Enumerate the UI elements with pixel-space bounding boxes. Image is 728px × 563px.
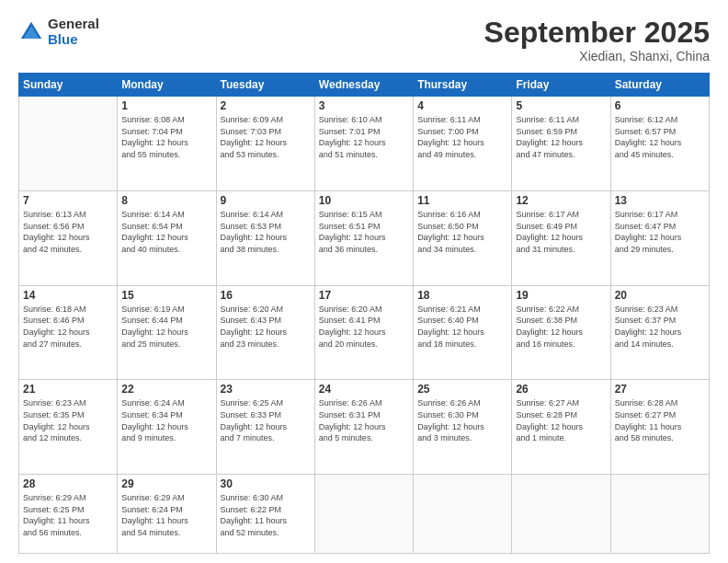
calendar-cell: 30Sunrise: 6:30 AM Sunset: 6:22 PM Dayli…	[216, 475, 314, 554]
day-number: 8	[121, 194, 211, 207]
month-title: September 2025	[484, 17, 710, 49]
calendar-cell: 8Sunrise: 6:14 AM Sunset: 6:54 PM Daylig…	[118, 190, 216, 285]
day-number: 19	[516, 289, 606, 302]
day-number: 4	[417, 99, 507, 112]
calendar-cell: 4Sunrise: 6:11 AM Sunset: 7:00 PM Daylig…	[414, 97, 512, 191]
day-info: Sunrise: 6:26 AM Sunset: 6:30 PM Dayligh…	[417, 397, 507, 443]
day-number: 21	[23, 383, 113, 396]
title-block: September 2025 Xiedian, Shanxi, China	[484, 17, 710, 63]
day-number: 17	[319, 289, 409, 302]
calendar-week-row: 7Sunrise: 6:13 AM Sunset: 6:56 PM Daylig…	[19, 190, 710, 285]
calendar-cell: 13Sunrise: 6:17 AM Sunset: 6:47 PM Dayli…	[610, 190, 709, 285]
day-info: Sunrise: 6:19 AM Sunset: 6:44 PM Dayligh…	[121, 304, 211, 350]
day-info: Sunrise: 6:11 AM Sunset: 7:00 PM Dayligh…	[417, 114, 507, 160]
calendar-cell: 16Sunrise: 6:20 AM Sunset: 6:43 PM Dayli…	[216, 285, 314, 380]
calendar-cell: 29Sunrise: 6:29 AM Sunset: 6:24 PM Dayli…	[118, 475, 216, 554]
day-info: Sunrise: 6:12 AM Sunset: 6:57 PM Dayligh…	[615, 114, 705, 160]
day-info: Sunrise: 6:17 AM Sunset: 6:49 PM Dayligh…	[516, 209, 606, 255]
day-number: 5	[516, 99, 606, 112]
calendar-cell: 18Sunrise: 6:21 AM Sunset: 6:40 PM Dayli…	[414, 285, 512, 380]
day-number: 2	[221, 99, 311, 112]
calendar-cell: 28Sunrise: 6:29 AM Sunset: 6:25 PM Dayli…	[19, 475, 118, 554]
day-number: 24	[319, 383, 409, 396]
calendar-cell: 20Sunrise: 6:23 AM Sunset: 6:37 PM Dayli…	[610, 285, 709, 380]
calendar-header-row: SundayMondayTuesdayWednesdayThursdayFrid…	[19, 74, 710, 97]
day-number: 28	[23, 477, 113, 490]
calendar-cell: 19Sunrise: 6:22 AM Sunset: 6:38 PM Dayli…	[512, 285, 610, 380]
day-info: Sunrise: 6:25 AM Sunset: 6:33 PM Dayligh…	[221, 397, 311, 443]
day-info: Sunrise: 6:17 AM Sunset: 6:47 PM Dayligh…	[615, 209, 705, 255]
header-monday: Monday	[118, 74, 216, 97]
page-header: General Blue September 2025 Xiedian, Sha…	[18, 17, 710, 63]
logo-blue: Blue	[48, 32, 99, 48]
day-number: 1	[121, 99, 211, 112]
day-info: Sunrise: 6:27 AM Sunset: 6:28 PM Dayligh…	[516, 397, 606, 443]
day-info: Sunrise: 6:23 AM Sunset: 6:35 PM Dayligh…	[23, 397, 113, 443]
day-number: 12	[516, 194, 606, 207]
day-number: 22	[121, 383, 211, 396]
calendar-cell: 6Sunrise: 6:12 AM Sunset: 6:57 PM Daylig…	[610, 97, 709, 191]
day-number: 16	[221, 289, 311, 302]
calendar-cell: 5Sunrise: 6:11 AM Sunset: 6:59 PM Daylig…	[512, 97, 610, 191]
calendar-cell	[314, 475, 413, 554]
calendar-cell	[19, 97, 118, 191]
day-number: 11	[417, 194, 507, 207]
day-number: 15	[121, 289, 211, 302]
day-info: Sunrise: 6:18 AM Sunset: 6:46 PM Dayligh…	[23, 304, 113, 350]
header-wednesday: Wednesday	[314, 74, 413, 97]
day-number: 13	[615, 194, 705, 207]
day-info: Sunrise: 6:29 AM Sunset: 6:24 PM Dayligh…	[121, 492, 211, 538]
calendar-cell: 25Sunrise: 6:26 AM Sunset: 6:30 PM Dayli…	[414, 380, 512, 475]
day-info: Sunrise: 6:14 AM Sunset: 6:54 PM Dayligh…	[121, 209, 211, 255]
day-number: 29	[121, 477, 211, 490]
header-saturday: Saturday	[610, 74, 709, 97]
logo: General Blue	[18, 17, 99, 47]
calendar-cell: 21Sunrise: 6:23 AM Sunset: 6:35 PM Dayli…	[19, 380, 118, 475]
day-number: 14	[23, 289, 113, 302]
day-info: Sunrise: 6:13 AM Sunset: 6:56 PM Dayligh…	[23, 209, 113, 255]
day-number: 10	[319, 194, 409, 207]
calendar-cell: 3Sunrise: 6:10 AM Sunset: 7:01 PM Daylig…	[314, 97, 413, 191]
calendar-cell: 15Sunrise: 6:19 AM Sunset: 6:44 PM Dayli…	[118, 285, 216, 380]
day-number: 6	[615, 99, 705, 112]
logo-general: General	[48, 17, 99, 32]
day-info: Sunrise: 6:20 AM Sunset: 6:43 PM Dayligh…	[221, 304, 311, 350]
calendar-cell: 23Sunrise: 6:25 AM Sunset: 6:33 PM Dayli…	[216, 380, 314, 475]
day-number: 27	[615, 383, 705, 396]
day-info: Sunrise: 6:15 AM Sunset: 6:51 PM Dayligh…	[319, 209, 409, 255]
day-info: Sunrise: 6:09 AM Sunset: 7:03 PM Dayligh…	[221, 114, 311, 160]
location-subtitle: Xiedian, Shanxi, China	[484, 49, 710, 63]
calendar-cell	[414, 475, 512, 554]
calendar-week-row: 21Sunrise: 6:23 AM Sunset: 6:35 PM Dayli…	[19, 380, 710, 475]
calendar-cell: 27Sunrise: 6:28 AM Sunset: 6:27 PM Dayli…	[610, 380, 709, 475]
calendar-week-row: 1Sunrise: 6:08 AM Sunset: 7:04 PM Daylig…	[19, 97, 710, 191]
day-info: Sunrise: 6:21 AM Sunset: 6:40 PM Dayligh…	[417, 304, 507, 350]
day-number: 3	[319, 99, 409, 112]
day-number: 25	[417, 383, 507, 396]
calendar-table: SundayMondayTuesdayWednesdayThursdayFrid…	[18, 73, 710, 554]
day-info: Sunrise: 6:28 AM Sunset: 6:27 PM Dayligh…	[615, 397, 705, 443]
header-thursday: Thursday	[414, 74, 512, 97]
calendar-cell: 12Sunrise: 6:17 AM Sunset: 6:49 PM Dayli…	[512, 190, 610, 285]
logo-icon	[18, 19, 44, 45]
day-info: Sunrise: 6:16 AM Sunset: 6:50 PM Dayligh…	[417, 209, 507, 255]
header-sunday: Sunday	[19, 74, 118, 97]
header-tuesday: Tuesday	[216, 74, 314, 97]
day-info: Sunrise: 6:11 AM Sunset: 6:59 PM Dayligh…	[516, 114, 606, 160]
day-number: 9	[221, 194, 311, 207]
logo-text: General Blue	[48, 17, 99, 47]
day-number: 7	[23, 194, 113, 207]
day-number: 23	[221, 383, 311, 396]
day-info: Sunrise: 6:20 AM Sunset: 6:41 PM Dayligh…	[319, 304, 409, 350]
calendar-cell: 10Sunrise: 6:15 AM Sunset: 6:51 PM Dayli…	[314, 190, 413, 285]
day-info: Sunrise: 6:08 AM Sunset: 7:04 PM Dayligh…	[121, 114, 211, 160]
day-info: Sunrise: 6:24 AM Sunset: 6:34 PM Dayligh…	[121, 397, 211, 443]
day-info: Sunrise: 6:29 AM Sunset: 6:25 PM Dayligh…	[23, 492, 113, 538]
calendar-cell: 24Sunrise: 6:26 AM Sunset: 6:31 PM Dayli…	[314, 380, 413, 475]
day-number: 26	[516, 383, 606, 396]
calendar-cell: 26Sunrise: 6:27 AM Sunset: 6:28 PM Dayli…	[512, 380, 610, 475]
day-info: Sunrise: 6:30 AM Sunset: 6:22 PM Dayligh…	[221, 492, 311, 538]
day-info: Sunrise: 6:23 AM Sunset: 6:37 PM Dayligh…	[615, 304, 705, 350]
calendar-cell	[512, 475, 610, 554]
calendar-cell: 9Sunrise: 6:14 AM Sunset: 6:53 PM Daylig…	[216, 190, 314, 285]
